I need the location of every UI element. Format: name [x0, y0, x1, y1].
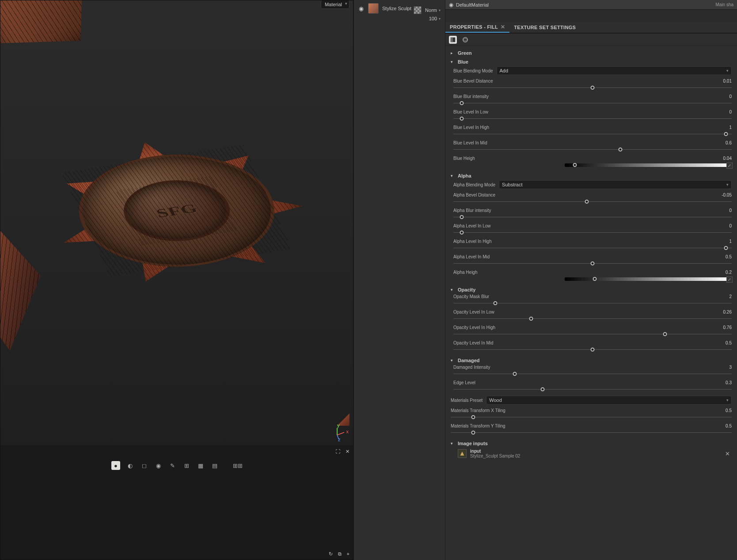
- slider[interactable]: [453, 116, 732, 121]
- slider[interactable]: [453, 332, 732, 337]
- history-refresh-icon[interactable]: ↻: [329, 551, 333, 557]
- blue-bevel-distance: Blue Bevel Distance0.01: [453, 78, 732, 93]
- shader-label[interactable]: Main sha: [715, 2, 733, 7]
- edge-level: Edge Level0.3: [453, 379, 732, 395]
- material-name[interactable]: DefaultMaterial: [456, 2, 713, 8]
- section-opacity[interactable]: ▾ Opacity: [451, 284, 732, 293]
- slider[interactable]: [453, 316, 732, 322]
- layer-opacity-dropdown[interactable]: 100: [429, 16, 441, 21]
- blue-blend-mode-dropdown[interactable]: Add: [497, 66, 732, 75]
- alpha-bevel-distance: Alpha Bevel Distance-0.05: [453, 192, 732, 207]
- slider[interactable]: [453, 132, 732, 137]
- close-icon[interactable]: ✕: [346, 449, 350, 454]
- mesh-preview: [25, 124, 328, 297]
- slider[interactable]: [453, 101, 732, 106]
- image-thumbnail[interactable]: [458, 449, 467, 458]
- visibility-icon[interactable]: ◉: [449, 2, 453, 8]
- axis-z-label: z: [338, 437, 341, 442]
- slider[interactable]: [453, 387, 732, 392]
- slider[interactable]: [451, 430, 732, 435]
- tab-texture-set[interactable]: TEXTURE SET SETTINGS: [509, 22, 580, 33]
- layer-thumbnail[interactable]: [368, 3, 379, 14]
- expand-icon[interactable]: ⤢: [726, 163, 733, 169]
- section-green[interactable]: ▸ Green: [451, 48, 732, 57]
- blue-level-low: Blue Level In Low0: [453, 109, 732, 124]
- section-label: Alpha: [458, 173, 471, 178]
- checker-icon: [414, 6, 422, 14]
- folder-icon[interactable]: ⧉: [338, 551, 342, 557]
- blue-level-mid: Blue Level In Mid0.6: [453, 140, 732, 155]
- section-damaged[interactable]: ▾ Damaged: [451, 355, 732, 364]
- chevron-down-icon: ▾: [451, 174, 455, 178]
- channel-icon-metal[interactable]: ▦: [196, 461, 205, 470]
- input-name: Stylize_Sculpt Sample 02: [470, 454, 520, 458]
- opacity-mask-blur: Opacity Mask Blur2: [453, 293, 732, 309]
- layer-opacity-value: 100: [429, 16, 437, 21]
- section-label: Green: [458, 50, 472, 56]
- section-label: Opacity: [458, 287, 475, 292]
- grid-icon[interactable]: ⊞⊞: [233, 461, 242, 470]
- viewport-3d[interactable]: Material y x z: [0, 0, 353, 446]
- material-header: ◉ DefaultMaterial Main sha: [445, 0, 737, 10]
- properties-scroll[interactable]: ▸ Green ▾ Blue Blue Blending Mode Add Bl…: [445, 46, 737, 560]
- svg-rect-4: [451, 37, 453, 42]
- blue-height: Blue Heigh0.04 ⤢: [453, 155, 732, 170]
- section-alpha[interactable]: ▾ Alpha: [451, 170, 732, 179]
- input-label: input: [470, 449, 520, 454]
- slider[interactable]: [453, 347, 732, 352]
- viewport-2d[interactable]: ⛶ ✕ ● ◐ ◻ ◉ ✎ ⊞ ▦ ▤ ⊞⊞ ↻ ⧉ +: [0, 446, 353, 560]
- slider[interactable]: ⤢: [565, 276, 732, 282]
- image-input-row[interactable]: input Stylize_Sculpt Sample 02 ✕: [451, 447, 732, 459]
- slider[interactable]: [453, 199, 732, 204]
- expand-icon[interactable]: ⤢: [726, 276, 733, 283]
- slider[interactable]: [453, 246, 732, 251]
- tiling-x: Materials Transform X Tiling0.5: [451, 407, 732, 423]
- axis-y-label: y: [337, 423, 340, 428]
- materials-preset-dropdown[interactable]: Wood: [486, 396, 732, 405]
- blend-mode-dropdown[interactable]: Norm: [414, 6, 441, 14]
- alpha-level-mid: Alpha Level In Mid0.5: [453, 254, 732, 269]
- section-image-inputs[interactable]: ▾ Image inputs: [451, 438, 732, 447]
- axis-x-label: x: [346, 429, 349, 434]
- blend-mode-label: Norm: [425, 8, 437, 13]
- slider[interactable]: [453, 371, 732, 377]
- viewport-mode-dropdown[interactable]: Material: [321, 0, 350, 9]
- section-label: Damaged: [458, 358, 480, 363]
- expand-icon[interactable]: ⛶: [335, 449, 340, 454]
- channel-icon-rough[interactable]: ⊞: [182, 461, 191, 470]
- section-blue[interactable]: ▾ Blue: [451, 57, 732, 65]
- slider[interactable]: [453, 301, 732, 306]
- alpha-height: Alpha Heigh0.2 ⤢: [453, 269, 732, 284]
- prop-label: Materials Preset: [451, 398, 482, 403]
- slider[interactable]: [453, 147, 732, 152]
- projection-mode-icon[interactable]: [461, 36, 469, 44]
- fill-mode-icon[interactable]: [449, 36, 457, 44]
- channel-icon-normal[interactable]: ◻: [140, 461, 148, 470]
- slider[interactable]: [453, 85, 732, 91]
- chevron-right-icon: ▸: [451, 51, 455, 55]
- slider[interactable]: [453, 230, 732, 235]
- slider[interactable]: [453, 215, 732, 220]
- opacity-level-high: Opacity Level In High0.76: [453, 324, 732, 340]
- axis-gizmo[interactable]: y x z: [329, 423, 349, 442]
- tab-label: TEXTURE SET SETTINGS: [514, 25, 576, 30]
- chevron-down-icon: ▾: [451, 288, 455, 292]
- viewport-mode-label: Material: [325, 2, 342, 7]
- alpha-blur: Alpha Blur intensity0: [453, 207, 732, 223]
- chevron-down-icon: ▾: [451, 441, 455, 446]
- close-icon[interactable]: ✕: [725, 450, 732, 457]
- slider[interactable]: [453, 261, 732, 266]
- add-icon[interactable]: +: [347, 551, 350, 557]
- properties-tabs: PROPERTIES - FILL ✕ TEXTURE SET SETTINGS: [445, 22, 737, 34]
- channel-icon-height[interactable]: ✎: [168, 461, 177, 470]
- channel-icon-ao[interactable]: ◐: [125, 461, 134, 470]
- slider[interactable]: [451, 415, 732, 420]
- alpha-blend-mode-dropdown[interactable]: Substract: [499, 180, 732, 189]
- close-icon[interactable]: ✕: [501, 24, 505, 30]
- channel-icon-basecolor[interactable]: ●: [111, 461, 120, 470]
- slider[interactable]: ⤢: [565, 163, 732, 168]
- channel-icon-user[interactable]: ▤: [210, 461, 219, 470]
- visibility-icon[interactable]: ◉: [357, 5, 365, 12]
- tab-properties[interactable]: PROPERTIES - FILL ✕: [445, 22, 509, 33]
- channel-icon-mask[interactable]: ◉: [154, 461, 163, 470]
